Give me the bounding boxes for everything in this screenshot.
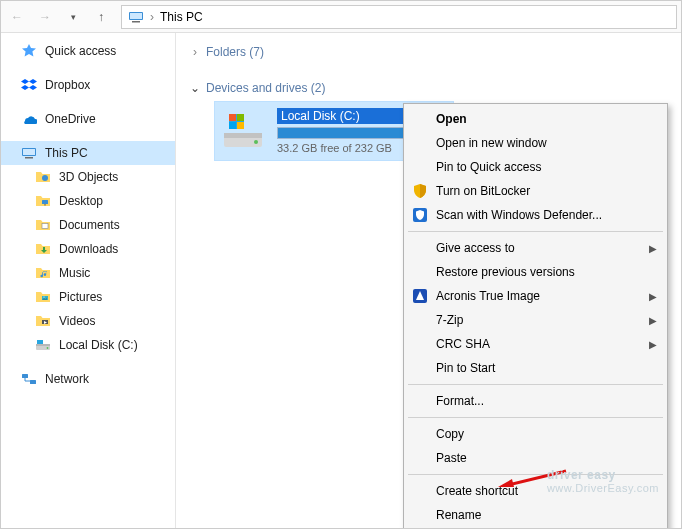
sidebar-item-videos[interactable]: Videos: [1, 309, 175, 333]
network-icon: [21, 371, 37, 387]
context-separator: [408, 384, 663, 385]
3d-objects-icon: [35, 169, 51, 185]
sidebar-item-this-pc[interactable]: This PC: [1, 141, 175, 165]
nav-forward-button[interactable]: →: [33, 5, 57, 29]
desktop-icon: [35, 193, 51, 209]
context-item-give-access-to[interactable]: Give access to▶: [406, 236, 665, 260]
context-item-open[interactable]: Open: [406, 107, 665, 131]
acronis-icon: [412, 288, 428, 304]
context-item-create-shortcut[interactable]: Create shortcut: [406, 479, 665, 503]
sidebar-item-documents[interactable]: Documents: [1, 213, 175, 237]
videos-icon: [35, 313, 51, 329]
toolbar: ← → ▾ ↑ › This PC: [1, 1, 681, 33]
chevron-right-icon: ›: [190, 45, 200, 59]
star-icon: [21, 43, 37, 59]
chevron-right-icon: ›: [150, 10, 154, 24]
context-item-turn-on-bitlocker[interactable]: Turn on BitLocker: [406, 179, 665, 203]
context-item-paste[interactable]: Paste: [406, 446, 665, 470]
context-item-pin-to-quick-access[interactable]: Pin to Quick access: [406, 155, 665, 179]
documents-icon: [35, 217, 51, 233]
disk-icon: [35, 337, 51, 353]
onedrive-icon: [21, 111, 37, 127]
downloads-icon: [35, 241, 51, 257]
context-menu: OpenOpen in new windowPin to Quick acces…: [403, 103, 668, 529]
sidebar: Quick access Dropbox OneDrive This PC 3D…: [1, 33, 176, 528]
context-item-crc-sha[interactable]: CRC SHA▶: [406, 332, 665, 356]
address-bar[interactable]: › This PC: [121, 5, 677, 29]
pc-icon: [128, 9, 144, 25]
chevron-down-icon: ⌄: [190, 81, 200, 95]
context-item-acronis-true-image[interactable]: Acronis True Image▶: [406, 284, 665, 308]
pc-icon: [21, 145, 37, 161]
drives-group-header[interactable]: ⌄ Devices and drives (2): [190, 75, 671, 101]
sidebar-item-dropbox[interactable]: Dropbox: [1, 73, 175, 97]
context-item-scan-with-windows-defender[interactable]: Scan with Windows Defender...: [406, 203, 665, 227]
context-item-7-zip[interactable]: 7-Zip▶: [406, 308, 665, 332]
nav-back-button[interactable]: ←: [5, 5, 29, 29]
context-item-copy[interactable]: Copy: [406, 422, 665, 446]
music-icon: [35, 265, 51, 281]
context-item-pin-to-start[interactable]: Pin to Start: [406, 356, 665, 380]
sidebar-item-pictures[interactable]: Pictures: [1, 285, 175, 309]
bitlocker-icon: [412, 183, 428, 199]
folders-group-header[interactable]: › Folders (7): [190, 39, 671, 65]
submenu-arrow-icon: ▶: [649, 291, 657, 302]
submenu-arrow-icon: ▶: [649, 315, 657, 326]
sidebar-item-3d-objects[interactable]: 3D Objects: [1, 165, 175, 189]
context-item-format[interactable]: Format...: [406, 389, 665, 413]
submenu-arrow-icon: ▶: [649, 243, 657, 254]
disk-icon: [221, 109, 265, 153]
context-separator: [408, 474, 663, 475]
context-item-restore-previous-versions[interactable]: Restore previous versions: [406, 260, 665, 284]
sidebar-item-downloads[interactable]: Downloads: [1, 237, 175, 261]
context-separator: [408, 417, 663, 418]
sidebar-item-quick-access[interactable]: Quick access: [1, 39, 175, 63]
context-separator: [408, 231, 663, 232]
nav-up-button[interactable]: ↑: [89, 5, 113, 29]
address-text: This PC: [160, 10, 203, 24]
sidebar-item-music[interactable]: Music: [1, 261, 175, 285]
nav-recent-dropdown[interactable]: ▾: [61, 5, 85, 29]
submenu-arrow-icon: ▶: [649, 339, 657, 350]
defender-icon: [412, 207, 428, 223]
sidebar-item-onedrive[interactable]: OneDrive: [1, 107, 175, 131]
sidebar-item-network[interactable]: Network: [1, 367, 175, 391]
context-item-rename[interactable]: Rename: [406, 503, 665, 527]
dropbox-icon: [21, 77, 37, 93]
sidebar-item-local-disk[interactable]: Local Disk (C:): [1, 333, 175, 357]
sidebar-item-desktop[interactable]: Desktop: [1, 189, 175, 213]
context-item-open-in-new-window[interactable]: Open in new window: [406, 131, 665, 155]
pictures-icon: [35, 289, 51, 305]
